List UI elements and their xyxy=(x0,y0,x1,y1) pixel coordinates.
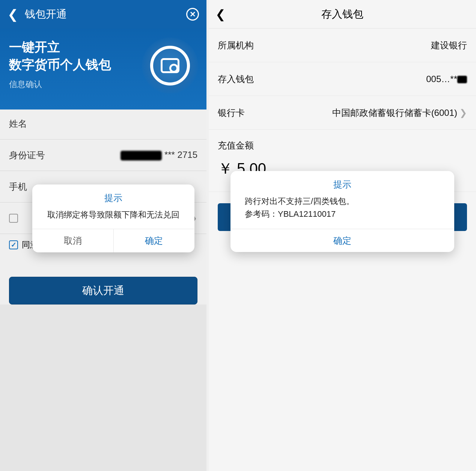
titlebar: ❮ 钱包开通 ✕ xyxy=(0,0,206,28)
row-organization: 所属机构 建设银行 xyxy=(209,28,476,62)
page-title: 存入钱包 xyxy=(321,7,363,21)
confirm-button[interactable]: 确定 xyxy=(230,229,454,252)
field-id[interactable]: 身份证号 *** 2715 xyxy=(0,140,206,171)
id-label: 身份证号 xyxy=(9,149,121,161)
chevron-right-icon: ❯ xyxy=(459,108,467,118)
checkbox-icon[interactable] xyxy=(9,214,18,223)
back-icon[interactable]: ❮ xyxy=(215,7,226,21)
redaction-icon xyxy=(457,76,467,83)
wallet-label: 存入钱包 xyxy=(218,73,254,85)
alert-dialog: 提示 跨行对出不支持三/四类钱包。 参考码：YBLA12110017 确定 xyxy=(230,171,454,252)
titlebar: ❮ 存入钱包 xyxy=(209,0,476,28)
cancel-button[interactable]: 取消 xyxy=(32,229,114,252)
card-label: 银行卡 xyxy=(218,107,245,119)
row-wallet[interactable]: 存入钱包 005…** xyxy=(209,62,476,96)
field-name[interactable]: 姓名 xyxy=(0,108,206,140)
name-label: 姓名 xyxy=(9,118,197,130)
dialog-title: 提示 xyxy=(32,184,194,209)
dialog-body: 取消绑定将导致限额下降和无法兑回 xyxy=(32,209,194,229)
left-screen: ❮ 钱包开通 ✕ 一键开立 数字货币个人钱包 信息确认 姓名 身份证号 *** … xyxy=(0,0,206,471)
id-value: *** 2715 xyxy=(121,150,197,160)
redaction-icon xyxy=(121,151,162,160)
close-icon[interactable]: ✕ xyxy=(186,8,199,21)
hero-line2: 数字货币个人钱包 xyxy=(9,57,111,72)
right-screen: ❮ 存入钱包 所属机构 建设银行 存入钱包 005…** 银行卡 中国邮政储蓄银… xyxy=(209,0,476,471)
row-bankcard[interactable]: 银行卡 中国邮政储蓄银行储蓄卡(6001) ❯ xyxy=(209,96,476,130)
card-value: 中国邮政储蓄银行储蓄卡(6001) xyxy=(332,107,457,119)
confirm-open-button[interactable]: 确认开通 xyxy=(9,277,197,304)
page-title: 钱包开通 xyxy=(25,7,186,21)
dialog-title: 提示 xyxy=(230,171,454,195)
hero-line1: 一键开立 xyxy=(9,40,60,54)
dialog-body: 跨行对出不支持三/四类钱包。 参考码：YBLA12110017 xyxy=(230,195,454,229)
org-label: 所属机构 xyxy=(218,39,254,51)
wallet-value: 005…** xyxy=(426,74,467,84)
back-icon[interactable]: ❮ xyxy=(8,7,18,22)
agree-checkbox-icon[interactable]: ✓ xyxy=(9,240,18,249)
wallet-icon xyxy=(142,38,198,94)
amount-label: 充值金额 xyxy=(209,130,476,155)
confirm-button[interactable]: 确定 xyxy=(114,229,195,252)
alert-dialog: 提示 取消绑定将导致限额下降和无法兑回 取消 确定 xyxy=(32,184,194,252)
org-value: 建设银行 xyxy=(431,39,467,51)
hero-banner: 一键开立 数字货币个人钱包 信息确认 xyxy=(0,28,206,110)
